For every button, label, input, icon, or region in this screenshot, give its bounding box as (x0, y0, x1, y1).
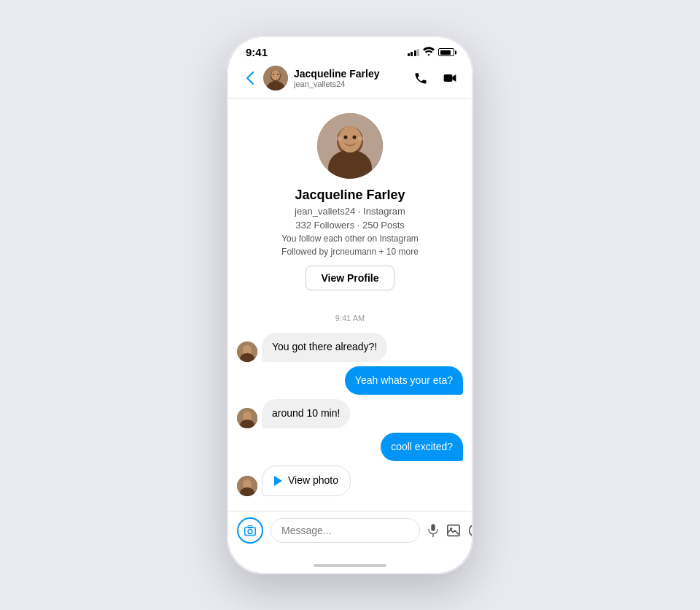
phone-inner: 9:41 (228, 37, 472, 573)
signal-icon (408, 49, 420, 56)
profile-avatar-large (317, 113, 383, 179)
microphone-button[interactable] (427, 520, 439, 541)
message-row: cooll excited? (237, 433, 463, 462)
bubble-sent-1: Yeah whats your eta? (345, 366, 463, 395)
camera-button[interactable] (237, 517, 263, 544)
message-row: around 10 min! (237, 399, 463, 428)
svg-rect-7 (444, 74, 453, 82)
home-indicator (228, 558, 472, 573)
svg-point-32 (470, 525, 472, 537)
chat-area: Jacqueline Farley jean_vallets24 · Insta… (228, 99, 472, 511)
svg-rect-27 (248, 525, 252, 528)
profile-handle-instagram: jean_vallets24 · Instagram (295, 206, 405, 217)
svg-point-6 (277, 74, 279, 75)
nav-user-info[interactable]: Jacqueline Farley jean_vallets24 (263, 66, 411, 90)
video-call-button[interactable] (440, 68, 460, 88)
sticker-button[interactable] (468, 520, 472, 541)
svg-rect-28 (431, 524, 435, 530)
profile-follow-status: You follow each other on Instagram (281, 233, 419, 244)
bubble-view-photo[interactable]: View photo (262, 466, 351, 496)
nav-actions (411, 68, 460, 88)
svg-point-15 (357, 136, 365, 141)
svg-point-12 (344, 136, 348, 139)
svg-point-0 (428, 54, 430, 55)
status-bar: 9:41 (228, 37, 472, 61)
profile-stats: 332 Followers · 250 Posts (295, 220, 405, 231)
view-profile-button[interactable]: View Profile (306, 266, 394, 290)
message-avatar (237, 341, 257, 362)
back-button[interactable] (240, 68, 260, 88)
message-row: Yeah whats your eta? (237, 366, 463, 395)
message-avatar (237, 476, 257, 496)
phone-frame: 9:41 (226, 35, 474, 575)
voice-call-button[interactable] (411, 68, 431, 88)
timestamp-divider: 9:41 AM (237, 314, 463, 323)
message-input[interactable] (271, 518, 420, 543)
profile-followed-by: Followed by jrcneumann + 10 more (281, 247, 419, 257)
profile-section: Jacqueline Farley jean_vallets24 · Insta… (228, 99, 472, 302)
bubble-received-1: You got there already?! (262, 333, 387, 362)
message-row: You got there already?! (237, 333, 463, 362)
view-photo-label: View photo (288, 474, 338, 488)
message-input-bar (228, 511, 472, 558)
svg-point-14 (335, 136, 343, 141)
svg-point-26 (248, 530, 252, 534)
message-row: View photo (237, 466, 463, 496)
image-button[interactable] (446, 520, 461, 541)
play-icon (274, 476, 282, 486)
bubble-sent-2: cooll excited? (381, 433, 463, 462)
messages-section: 9:41 AM You got there already?! Yeah wha (228, 302, 472, 508)
wifi-icon (423, 47, 435, 58)
home-bar (314, 564, 386, 567)
svg-point-5 (273, 74, 274, 75)
battery-icon (438, 48, 454, 56)
message-avatar (237, 408, 257, 428)
nav-username: Jacqueline Farley (294, 68, 380, 80)
status-time: 9:41 (246, 46, 268, 58)
nav-bar: Jacqueline Farley jean_vallets24 (228, 61, 472, 99)
nav-handle: jean_vallets24 (294, 80, 380, 88)
nav-avatar (263, 66, 288, 90)
svg-point-4 (271, 70, 280, 80)
nav-user-text: Jacqueline Farley jean_vallets24 (294, 68, 380, 88)
svg-point-13 (353, 136, 357, 139)
bubble-received-2: around 10 min! (262, 399, 350, 428)
status-icons (408, 47, 455, 58)
profile-name: Jacqueline Farley (295, 188, 405, 203)
